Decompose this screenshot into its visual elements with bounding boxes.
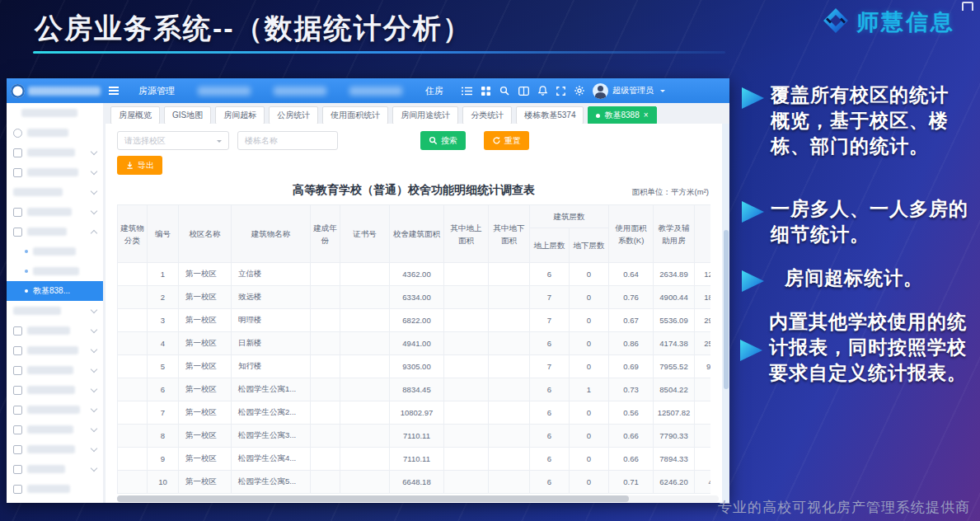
bullet-dot-icon xyxy=(25,289,28,293)
col-header: 其中地上面积 xyxy=(444,205,489,263)
sidebar-item-redacted[interactable] xyxy=(7,321,103,340)
bullet-text: 房间超标统计。 xyxy=(785,265,980,291)
tab-3[interactable]: 房间超标 xyxy=(215,106,265,124)
chevron-icon xyxy=(91,148,97,154)
redacted-menu-item xyxy=(349,87,402,96)
col-header: 地上层数 xyxy=(530,228,570,263)
tab-4[interactable]: 公房统计 xyxy=(269,106,318,124)
refresh-icon xyxy=(492,136,501,145)
sidebar-item-icon xyxy=(13,168,22,177)
horizontal-scrollbar[interactable] xyxy=(117,495,719,502)
sidebar-item-redacted[interactable] xyxy=(7,459,103,479)
tab-5[interactable]: 使用面积统计 xyxy=(322,106,388,124)
sidebar-item-redacted[interactable] xyxy=(7,162,103,182)
tab-7[interactable]: 分类统计 xyxy=(462,106,512,124)
sidebar-item-icon xyxy=(13,208,22,217)
document-icon[interactable] xyxy=(518,87,529,96)
app-window: 房源管理 住房 超级管理员 教基838... 房屋概览GIS地图房间超标公房统计… xyxy=(7,78,729,503)
sidebar-item-redacted[interactable] xyxy=(7,380,103,400)
col-header: 校舍建筑面积 xyxy=(390,205,444,263)
sidebar-subitem-redacted[interactable] xyxy=(7,242,103,261)
sidebar-item-redacted[interactable] xyxy=(7,400,103,420)
unit-note: 面积单位：平方米(m²) xyxy=(632,187,709,198)
tab-active[interactable]: 教基8388 × xyxy=(588,106,656,124)
col-group-header: 建筑层数 xyxy=(530,205,609,228)
chevron-icon xyxy=(91,167,97,174)
tab-2[interactable]: GIS地图 xyxy=(164,106,211,124)
search-icon[interactable] xyxy=(499,86,509,96)
reset-button[interactable]: 重置 xyxy=(484,131,529,150)
chevron-icon xyxy=(91,405,97,411)
menu-item-housing-source[interactable]: 房源管理 xyxy=(127,85,186,97)
scrollbar-thumb[interactable] xyxy=(724,230,729,389)
tab-6[interactable]: 房间用途统计 xyxy=(392,106,458,124)
brand-logo: 师慧信息 xyxy=(822,7,955,38)
chevron-icon xyxy=(91,385,97,392)
download-icon xyxy=(125,161,134,170)
user-role-label: 超级管理员 xyxy=(612,85,654,96)
report-table-wrap: 建筑物分类 编号 校区名称 建筑物名称 建成年份 证书号 校舍建筑面积 其中地上… xyxy=(117,204,710,494)
sidebar-item-redacted[interactable] xyxy=(7,439,103,459)
sidebar-item-redacted[interactable] xyxy=(7,103,103,123)
sidebar-item-redacted[interactable] xyxy=(7,340,103,360)
list-icon[interactable] xyxy=(462,87,472,96)
grid-icon[interactable] xyxy=(481,87,490,96)
sidebar-item-redacted[interactable] xyxy=(7,222,103,242)
sidebar-item-redacted[interactable] xyxy=(7,123,103,143)
sidebar-item-icon xyxy=(13,425,22,434)
sidebar-item-active[interactable]: 教基838... xyxy=(7,281,103,301)
page-title: 公房业务系统--（数据统计分析） xyxy=(35,10,472,48)
table-row: 6第一校区松园学生公寓1...8834.45610.738504.220.00 xyxy=(118,378,711,401)
sidebar-item-redacted[interactable] xyxy=(7,479,103,499)
col-header: 教学及辅助用房 xyxy=(654,205,695,263)
bullet-dot-icon xyxy=(25,250,28,253)
content-panel: 请选择校区 搜索 重置 导出 xyxy=(106,124,722,503)
chevron-icon xyxy=(91,326,97,332)
report-table: 建筑物分类 编号 校区名称 建筑物名称 建成年份 证书号 校舍建筑面积 其中地上… xyxy=(117,204,710,494)
fullscreen-corner-icon xyxy=(962,2,973,11)
gear-icon[interactable] xyxy=(574,86,584,96)
col-header: 教室 xyxy=(695,205,711,263)
search-button[interactable]: 搜索 xyxy=(420,131,466,150)
campus-select-placeholder: 请选择校区 xyxy=(124,135,166,147)
sidebar-item-icon xyxy=(13,465,22,474)
menu-fold-icon[interactable] xyxy=(109,87,119,95)
chevron-down-icon[interactable] xyxy=(660,90,665,95)
bullet-text: 一房多人、一人多房的 细节统计。 xyxy=(771,196,980,247)
chevron-icon xyxy=(91,345,97,352)
menu-item-housing[interactable]: 住房 xyxy=(414,85,455,97)
col-header: 地下层数 xyxy=(570,228,609,263)
sidebar-item-redacted[interactable] xyxy=(7,143,103,162)
tab-1[interactable]: 房屋概览 xyxy=(110,106,160,124)
table-body: 1第一校区立信楼4362.00600.642634.891235.122第一校区… xyxy=(118,263,711,494)
col-header: 校区名称 xyxy=(179,205,232,263)
table-row: 2第一校区致远楼6334.00700.764900.441874.00 xyxy=(118,286,711,309)
bell-icon[interactable] xyxy=(538,86,547,96)
redacted-menu-item xyxy=(274,87,326,96)
export-button[interactable]: 导出 xyxy=(117,156,162,175)
table-row: 7第一校区松园学生公寓2...10802.97600.5612507.820.0… xyxy=(118,401,711,425)
sidebar-item-icon xyxy=(13,148,22,157)
sidebar-subitem-redacted[interactable] xyxy=(7,261,103,281)
report-title: 高等教育学校（普通）校舍功能明细统计调查表 xyxy=(117,183,710,198)
scrollbar-thumb[interactable] xyxy=(117,495,629,502)
table-row: 10第一校区松园学生公寓5...6648.18600.716246.2046.0… xyxy=(118,471,711,494)
vertical-scrollbar[interactable] xyxy=(722,124,729,503)
sidebar-item-redacted[interactable] xyxy=(7,420,103,439)
chevron-icon xyxy=(91,444,97,451)
sidebar-item-redacted[interactable] xyxy=(7,202,103,222)
fullscreen-icon[interactable] xyxy=(556,87,565,96)
campus-select[interactable]: 请选择校区 xyxy=(117,131,229,150)
sidebar-item-icon xyxy=(13,228,22,237)
sidebar-item-redacted[interactable] xyxy=(7,182,103,202)
sidebar-item-redacted[interactable] xyxy=(7,301,103,321)
avatar[interactable] xyxy=(593,83,608,99)
tab-8[interactable]: 楼栋教基5374 xyxy=(516,106,584,124)
sidebar-item-redacted[interactable] xyxy=(7,360,103,380)
close-icon[interactable]: × xyxy=(644,111,649,120)
chevron-icon xyxy=(91,187,97,194)
col-header: 使用面积系数(K) xyxy=(609,205,654,263)
table-row: 8第一校区松园学生公寓3...7110.11600.667790.330.00 xyxy=(118,425,711,448)
main-area: 房屋概览GIS地图房间超标公房统计使用面积统计房间用途统计分类统计楼栋教基537… xyxy=(104,103,729,503)
building-name-input[interactable] xyxy=(237,131,338,150)
